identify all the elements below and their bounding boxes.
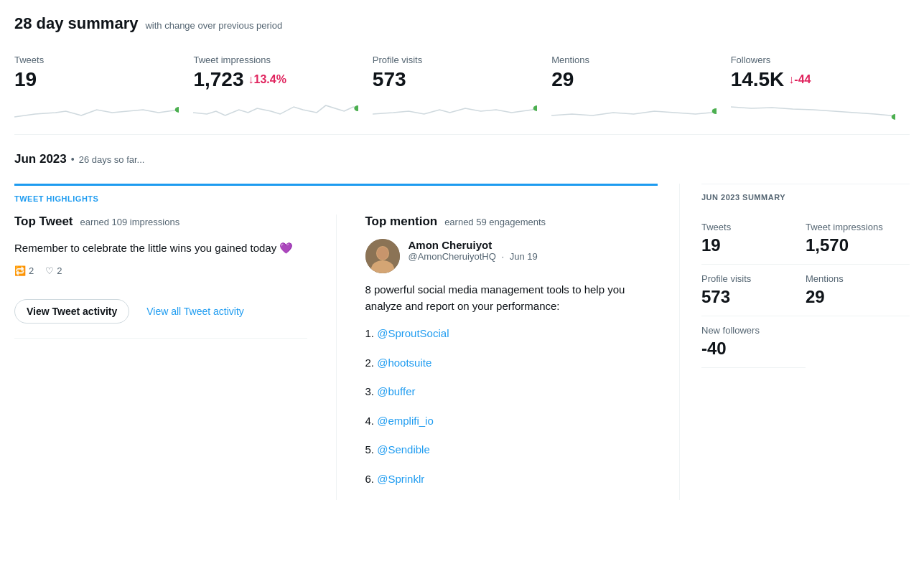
stat-label-mentions: Mentions [551,55,716,65]
mention-user-handle: @AmonCheruiyotHQ · Jun 19 [409,251,538,262]
sidebar-stat-value-new-followers: -40 [701,339,806,359]
svg-point-3 [712,108,717,114]
sidebar-summary-label: JUN 2023 SUMMARY [701,184,910,202]
mention-user-row: Amon Cheruiyot @AmonCheruiyotHQ · Jun 19 [365,239,658,273]
top-tweet-section: Top Tweet earned 109 impressions Remembe… [14,214,337,500]
stat-value-impressions: 1,723 ↓13.4% [193,68,358,91]
stat-value-profile-visits: 573 [373,68,537,91]
mention-link-1[interactable]: @SproutSocial [377,327,449,339]
stat-card-impressions: Tweet impressions 1,723 ↓13.4% [193,47,372,134]
sidebar-stat-profile-visits: Profile visits 573 [701,265,806,316]
stat-card-followers: Followers 14.5K ↓-44 [731,47,910,134]
mention-link-5[interactable]: @Sendible [377,443,430,456]
svg-point-0 [175,107,179,113]
stat-card-tweets: Tweets 19 [14,47,193,134]
like-count: ♡ 2 [45,265,62,276]
sidebar-stat-new-followers: New followers -40 [701,316,806,368]
top-tweet-subtitle: earned 109 impressions [80,217,179,227]
sidebar-stat-mentions: Mentions 29 [806,265,910,316]
right-sidebar: JUN 2023 SUMMARY Tweets 19 Tweet impress… [680,184,910,500]
list-item: 5. @Sendible [365,442,658,458]
sidebar-stat-impressions: Tweet impressions 1,570 [806,213,910,265]
sidebar-stats-grid: Tweets 19 Tweet impressions 1,570 Profil… [701,213,910,368]
sidebar-stat-label-tweets: Tweets [701,222,806,232]
summary-subtitle: with change over previous period [145,20,282,31]
svg-point-2 [533,105,537,111]
mention-tweet-text: 8 powerful social media management tools… [365,282,658,314]
mention-link-3[interactable]: @buffer [377,385,415,397]
mini-chart-impressions [193,97,358,123]
sidebar-stat-tweets: Tweets 19 [701,213,806,265]
mention-avatar [365,239,400,273]
stats-row: Tweets 19 Tweet impressions 1,723 ↓13.4% [14,47,910,135]
sidebar-stat-label-new-followers: New followers [701,325,806,336]
view-tweet-activity-button[interactable]: View Tweet activity [14,299,129,324]
tweet-activity-buttons: View Tweet activity View all Tweet activ… [14,288,307,324]
svg-point-8 [377,247,388,260]
summary-title: 28 day summary [14,14,138,33]
sidebar-stat-value-mentions: 29 [806,287,910,307]
mini-chart-mentions [551,97,716,123]
view-all-tweet-activity-link[interactable]: View all Tweet activity [146,306,244,317]
period-subtext: 26 days so far... [79,154,145,165]
top-mention-section: Top mention earned 59 engagements [365,214,658,500]
highlights-row: Top Tweet earned 109 impressions Remembe… [14,214,658,500]
tweet-section-divider [14,338,307,339]
retweet-count: 🔁 2 [14,265,34,276]
sidebar-stat-label-mentions: Mentions [806,273,910,284]
sidebar-stat-value-impressions: 1,570 [806,235,910,255]
mini-chart-profile-visits [373,97,537,123]
list-item: 4. @emplifi_io [365,413,658,430]
tweet-highlights-label: TWEET HIGHLIGHTS [14,184,658,203]
sidebar-stat-value-tweets: 19 [701,235,806,255]
list-item: 1. @SproutSocial [365,326,658,342]
stat-label-impressions: Tweet impressions [193,55,358,65]
mention-link-6[interactable]: @Sprinklr [377,473,424,485]
stat-label-followers: Followers [731,55,895,65]
list-item: 3. @buffer [365,384,658,400]
top-tweet-text: Remember to celebrate the little wins yo… [14,240,307,257]
main-layout: TWEET HIGHLIGHTS Top Tweet earned 109 im… [14,184,910,500]
period-row: Jun 2023 • 26 days so far... [14,152,910,169]
stat-label-tweets: Tweets [14,55,179,65]
mention-link-2[interactable]: @hootsuite [377,357,431,369]
stat-change-followers: ↓-44 [788,73,811,86]
top-mention-subtitle: earned 59 engagements [444,217,546,227]
mention-user-name: Amon Cheruiyot [409,239,538,251]
top-mention-title: Top mention [365,214,438,228]
list-item: 2. @hootsuite [365,355,658,372]
mini-chart-followers [731,97,895,123]
mention-list: 1. @SproutSocial 2. @hootsuite 3. @buffe… [365,326,658,487]
main-column: TWEET HIGHLIGHTS Top Tweet earned 109 im… [14,184,680,500]
mention-user-info: Amon Cheruiyot @AmonCheruiyotHQ · Jun 19 [409,239,538,262]
retweet-icon: 🔁 [14,265,26,276]
sidebar-stat-value-profile-visits: 573 [701,287,806,307]
heart-icon: ♡ [45,265,54,276]
stat-label-profile-visits: Profile visits [373,55,537,65]
stat-card-mentions: Mentions 29 [551,47,730,134]
stat-card-profile-visits: Profile visits 573 [373,47,551,134]
stat-value-tweets: 19 [14,68,179,91]
mention-link-4[interactable]: @emplifi_io [377,415,434,427]
svg-point-4 [891,114,895,120]
tweet-actions-row: 🔁 2 ♡ 2 [14,265,307,276]
svg-point-1 [355,105,358,111]
stat-change-impressions: ↓13.4% [248,73,286,86]
period-heading: Jun 2023 [14,152,67,166]
list-item: 6. @Sprinklr [365,471,658,488]
stat-value-mentions: 29 [551,68,716,91]
mini-chart-tweets [14,97,179,123]
sidebar-stat-label-impressions: Tweet impressions [806,222,910,232]
stat-value-followers: 14.5K ↓-44 [731,68,895,91]
top-tweet-title: Top Tweet [14,214,73,228]
sidebar-stat-label-profile-visits: Profile visits [701,273,806,284]
